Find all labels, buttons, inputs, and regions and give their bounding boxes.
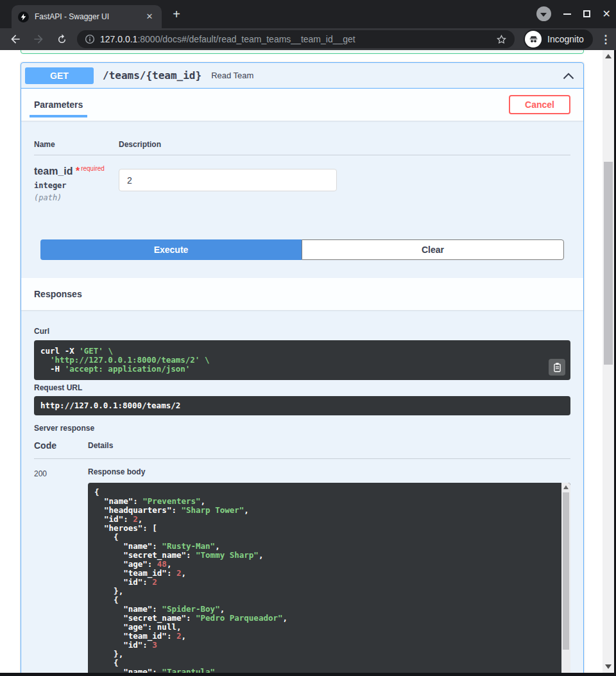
request-url-value: http://127.0.0.1:8000/teams/2 — [40, 401, 564, 410]
bookmark-star-icon[interactable] — [496, 34, 507, 45]
endpoint-summary: Read Team — [211, 71, 253, 80]
curl-code-block: curl -X 'GET' \ 'http://127.0.0.1:8000/t… — [34, 340, 570, 380]
server-response-row: 200 Response body { "name": "Preventers"… — [34, 459, 570, 673]
tab-strip: FastAPI - Swagger UI ✕ + ✕ — [0, 0, 616, 28]
caret-down-icon — [540, 13, 547, 17]
url-host: 127.0.0.1 — [100, 34, 137, 44]
collapse-chevron-up-icon[interactable] — [562, 71, 575, 80]
column-header-details: Details — [88, 441, 113, 451]
parameter-location: (path) — [34, 193, 119, 202]
browser-menu-icon[interactable]: ⋮ — [599, 33, 612, 46]
request-url-label: Request URL — [34, 383, 570, 392]
scroll-up-arrow-icon[interactable] — [563, 485, 569, 489]
browser-chrome: FastAPI - Swagger UI ✕ + ✕ 127.0.0.1:800… — [0, 0, 616, 50]
page-scrollbar-thumb[interactable] — [604, 162, 613, 365]
tab-title: FastAPI - Swagger UI — [35, 12, 144, 21]
opblock-header[interactable]: GET /teams/{team_id} Read Team — [21, 63, 583, 89]
previous-opblock-fragment — [21, 50, 584, 54]
url-path: :8000/docs#/default/read_team_teams__tea… — [137, 34, 355, 44]
parameters-table: Name Description team_id *required integ… — [21, 140, 583, 239]
parameters-section-header: Parameters Cancel — [21, 89, 583, 121]
copy-to-clipboard-button[interactable] — [549, 359, 565, 376]
page-scrollbar[interactable] — [603, 50, 614, 673]
clear-button[interactable]: Clear — [302, 239, 564, 260]
responses-inner: Curl curl -X 'GET' \ 'http://127.0.0.1:8… — [21, 310, 583, 673]
server-response-label: Server response — [34, 424, 570, 433]
window-maximize-button[interactable] — [583, 10, 590, 17]
parameter-name: team_id *required — [34, 165, 119, 177]
browser-tab[interactable]: FastAPI - Swagger UI ✕ — [12, 5, 162, 28]
window-close-button[interactable]: ✕ — [603, 9, 611, 19]
request-url-block: http://127.0.0.1:8000/teams/2 — [34, 396, 570, 415]
param-name-text: team_id — [34, 166, 73, 177]
browser-toolbar: 127.0.0.1:8000/docs#/default/read_team_t… — [0, 28, 616, 50]
responses-heading: Responses — [34, 289, 82, 299]
page-scroll-up-icon[interactable] — [605, 54, 612, 58]
execute-row: Execute Clear — [40, 239, 564, 260]
column-header-name: Name — [34, 140, 119, 149]
server-response-table-header: Code Details — [34, 440, 570, 459]
http-method-badge: GET — [25, 67, 94, 84]
page-viewport: GET /teams/{team_id} Read Team Parameter… — [0, 50, 614, 673]
parameter-type: integer — [34, 181, 119, 190]
column-header-description: Description — [119, 140, 161, 149]
parameters-table-header: Name Description — [34, 140, 570, 155]
team-id-input[interactable] — [119, 169, 337, 191]
response-body-block: { "name": "Preventers", "headquarters": … — [88, 483, 570, 673]
parameter-row: team_id *required integer (path) — [34, 155, 570, 239]
page-scroll-down-icon[interactable] — [605, 664, 612, 669]
response-details-cell: Response body { "name": "Preventers", "h… — [88, 467, 570, 673]
response-scrollbar-thumb[interactable] — [563, 492, 569, 650]
incognito-icon — [525, 31, 542, 48]
cancel-button[interactable]: Cancel — [509, 95, 570, 114]
url-bar[interactable]: 127.0.0.1:8000/docs#/default/read_team_t… — [77, 30, 515, 48]
response-body-scrollbar[interactable] — [561, 483, 570, 673]
reload-button[interactable] — [54, 31, 69, 47]
swagger-page: GET /teams/{team_id} Read Team Parameter… — [0, 50, 603, 673]
response-body-label: Response body — [88, 467, 570, 476]
parameter-value-cell — [119, 165, 570, 239]
url-text[interactable]: 127.0.0.1:8000/docs#/default/read_team_t… — [100, 34, 491, 44]
fastapi-favicon-icon — [18, 12, 29, 22]
response-body-json: { "name": "Preventers", "headquarters": … — [94, 488, 555, 673]
execute-button[interactable]: Execute — [40, 239, 302, 260]
curl-command: curl -X 'GET' \ 'http://127.0.0.1:8000/t… — [40, 347, 564, 374]
forward-button[interactable] — [31, 31, 46, 47]
site-info-icon[interactable] — [85, 34, 95, 44]
status-code: 200 — [34, 467, 88, 673]
tab-parameters[interactable]: Parameters — [34, 89, 83, 121]
curl-label: Curl — [34, 327, 570, 336]
parameter-name-cell: team_id *required integer (path) — [34, 165, 119, 239]
endpoint-path: /teams/{team_id} — [103, 69, 201, 82]
incognito-badge: Incognito — [524, 30, 593, 49]
opblock-get-teams: GET /teams/{team_id} Read Team Parameter… — [21, 62, 584, 673]
column-header-code: Code — [34, 440, 88, 451]
new-tab-button[interactable]: + — [168, 6, 185, 23]
parameters-tab-label: Parameters — [34, 100, 83, 110]
required-label: required — [81, 165, 105, 172]
tab-search-button[interactable] — [536, 6, 551, 21]
tab-close-icon[interactable]: ✕ — [144, 11, 155, 22]
active-tab-underline — [30, 115, 87, 117]
incognito-label: Incognito — [547, 34, 584, 44]
back-button[interactable] — [8, 31, 23, 47]
required-asterisk: * — [76, 166, 80, 177]
responses-section-header: Responses — [21, 278, 583, 310]
window-minimize-button[interactable] — [563, 13, 571, 15]
